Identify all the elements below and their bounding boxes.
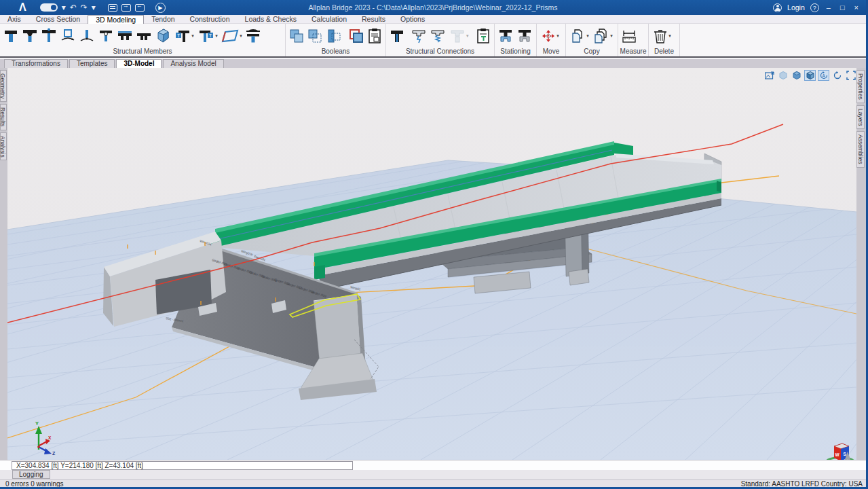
viewport-3d[interactable]: Girder-S01 Girder-S02 Girder-S03 Girder-… bbox=[0, 68, 866, 460]
group-structural-connections: ▾ Structural Connections bbox=[386, 24, 495, 56]
refresh-view-icon[interactable] bbox=[831, 70, 843, 81]
menu-cross-section[interactable]: Cross Section bbox=[29, 15, 88, 24]
delete-tool-icon[interactable]: ▾ bbox=[651, 26, 673, 46]
menu-calculation[interactable]: Calculation bbox=[304, 15, 354, 24]
palette-tab-analysis[interactable]: Analysis bbox=[0, 132, 7, 161]
document-list-icon[interactable] bbox=[108, 4, 117, 12]
pier-point-tool-icon[interactable] bbox=[40, 26, 58, 46]
user-account-icon[interactable] bbox=[773, 3, 782, 12]
boolean-subtract-icon[interactable] bbox=[306, 26, 323, 46]
connection-member-icon[interactable] bbox=[388, 26, 406, 46]
palette-tab-layers[interactable]: Layers bbox=[856, 105, 865, 130]
shading-shaded-icon[interactable] bbox=[804, 70, 816, 81]
deck-profile-tool-icon[interactable] bbox=[116, 26, 134, 46]
copy-multiple-tool-icon[interactable]: ▾ bbox=[592, 26, 614, 46]
palette-tab-assemblies[interactable]: Assemblies bbox=[856, 131, 865, 167]
minimize-button[interactable]: – bbox=[825, 3, 833, 12]
tab-analysis-model[interactable]: Analysis Model bbox=[163, 59, 223, 68]
boolean-list-icon[interactable] bbox=[366, 26, 383, 46]
connection-spring-icon[interactable] bbox=[429, 26, 447, 46]
palette-tab-properties[interactable]: Properties bbox=[856, 70, 865, 103]
help-icon[interactable]: ? bbox=[810, 3, 819, 12]
deck-profile2-tool-icon[interactable] bbox=[135, 26, 153, 46]
slab-tool-icon[interactable]: ▾ bbox=[221, 26, 243, 46]
group-booleans: Booleans bbox=[286, 24, 386, 56]
connection-list-icon[interactable] bbox=[474, 26, 492, 46]
boolean-intersect-icon[interactable] bbox=[325, 26, 342, 46]
menu-options[interactable]: Options bbox=[393, 15, 432, 24]
undo-button[interactable]: ↶ bbox=[70, 2, 77, 13]
svg-text:Z: Z bbox=[52, 451, 56, 456]
quick-access-toolbar: Λ ▾ ↶ ↷ ▾ ▶ bbox=[0, 1, 166, 14]
move-tool-icon[interactable]: ▾ bbox=[539, 26, 561, 46]
menu-results[interactable]: Results bbox=[354, 15, 393, 24]
svg-text:T: T bbox=[177, 33, 181, 38]
app-window: Λ ▾ ↶ ↷ ▾ ▶ Allplan Bridge 2023 - C:\Dat… bbox=[0, 0, 868, 489]
tab-transformations[interactable]: Transformations bbox=[4, 59, 68, 68]
ribbon-toolbar: T▾ T▾ ▾ Structural Members Booleans bbox=[0, 24, 866, 58]
close-button[interactable]: × bbox=[852, 3, 861, 12]
member-label-right-tool-icon[interactable]: T▾ bbox=[173, 26, 195, 46]
girder-span-tool-icon[interactable] bbox=[59, 26, 77, 46]
connection-ghost-icon: ▾ bbox=[448, 26, 470, 46]
cap-girder-tool-icon[interactable] bbox=[244, 26, 262, 46]
shading-hidden-line-icon[interactable] bbox=[791, 70, 802, 81]
palette-tab-results[interactable]: Results bbox=[0, 104, 7, 130]
svg-text:T: T bbox=[209, 33, 212, 38]
redo-dropdown-icon[interactable]: ▾ bbox=[92, 2, 96, 13]
menu-tendon[interactable]: Tendon bbox=[144, 15, 182, 24]
connection-insert-icon[interactable] bbox=[411, 26, 428, 46]
svg-text:X: X bbox=[48, 435, 52, 440]
prism-tool-icon[interactable] bbox=[154, 26, 172, 46]
bridge-model-canvas[interactable]: Girder-S01 Girder-S02 Girder-S03 Girder-… bbox=[7, 68, 856, 460]
menu-bar: Axis Cross Section 3D Modeling Tendon Co… bbox=[0, 15, 866, 24]
zoom-fit-icon[interactable] bbox=[845, 70, 856, 81]
palette-tab-geometry[interactable]: Geometry bbox=[0, 70, 7, 102]
pier-tool-icon[interactable] bbox=[2, 26, 20, 46]
group-stationing: Stationing bbox=[495, 24, 537, 56]
group-label: Stationing bbox=[495, 48, 536, 55]
save-view-image-icon[interactable] bbox=[763, 70, 775, 81]
group-label: Move bbox=[537, 48, 565, 55]
tab-templates[interactable]: Templates bbox=[69, 59, 115, 68]
svg-text:W: W bbox=[835, 452, 840, 457]
group-move: ▾ Move bbox=[537, 24, 566, 56]
left-palette-strip: Geometry Results Analysis bbox=[0, 68, 7, 460]
toggle-icon[interactable] bbox=[40, 3, 58, 12]
svg-text:S: S bbox=[844, 452, 847, 456]
svg-text:Y: Y bbox=[35, 420, 39, 427]
boolean-pair-icon[interactable] bbox=[347, 26, 364, 46]
restore-button[interactable]: □ bbox=[838, 3, 847, 12]
toggle-dropdown-icon[interactable]: ▾ bbox=[62, 2, 66, 13]
measure-tool-icon[interactable] bbox=[620, 26, 638, 46]
copy-tool-icon[interactable]: ▾ bbox=[568, 26, 590, 46]
group-label: Structural Members bbox=[0, 48, 285, 55]
tab-3d-model[interactable]: 3D-Model bbox=[116, 59, 162, 68]
menu-axis[interactable]: Axis bbox=[0, 15, 29, 24]
right-palette-strip: Properties Layers Assemblies bbox=[856, 68, 866, 460]
member-label-left-tool-icon[interactable]: T▾ bbox=[197, 26, 219, 46]
import-document-icon[interactable] bbox=[135, 4, 145, 12]
menu-construction[interactable]: Construction bbox=[183, 15, 238, 24]
station-gray-icon[interactable] bbox=[516, 26, 533, 46]
auto-rotate-icon[interactable]: A bbox=[818, 70, 829, 81]
redo-button[interactable]: ↷ bbox=[81, 2, 88, 13]
login-button[interactable]: Login bbox=[787, 3, 805, 12]
title-bar: Λ ▾ ↶ ↷ ▾ ▶ Allplan Bridge 2023 - C:\Dat… bbox=[0, 0, 866, 15]
logging-bar: Logging bbox=[0, 470, 866, 479]
document-tab-bar: Transformations Templates 3D-Model Analy… bbox=[0, 59, 866, 68]
menu-3d-modeling[interactable]: 3D Modeling bbox=[88, 15, 144, 24]
status-bar: 0 errors 0 warnings Standard: AASHTO LRF… bbox=[0, 479, 866, 487]
girder-joint-tool-icon[interactable] bbox=[97, 26, 115, 46]
logging-tab[interactable]: Logging bbox=[12, 470, 50, 479]
station-blue-icon[interactable] bbox=[497, 26, 514, 46]
shading-wireframe-icon[interactable] bbox=[777, 70, 789, 81]
export-document-icon[interactable] bbox=[121, 4, 131, 12]
girder-axis-tool-icon[interactable] bbox=[78, 26, 96, 46]
group-structural-members: T▾ T▾ ▾ Structural Members bbox=[0, 24, 286, 56]
run-calculation-icon[interactable]: ▶ bbox=[155, 3, 166, 13]
boolean-union-icon[interactable] bbox=[288, 26, 305, 46]
allplan-logo-icon: Λ bbox=[19, 1, 26, 14]
menu-loads-checks[interactable]: Loads & Checks bbox=[238, 15, 304, 24]
pier-table-tool-icon[interactable] bbox=[21, 26, 39, 46]
